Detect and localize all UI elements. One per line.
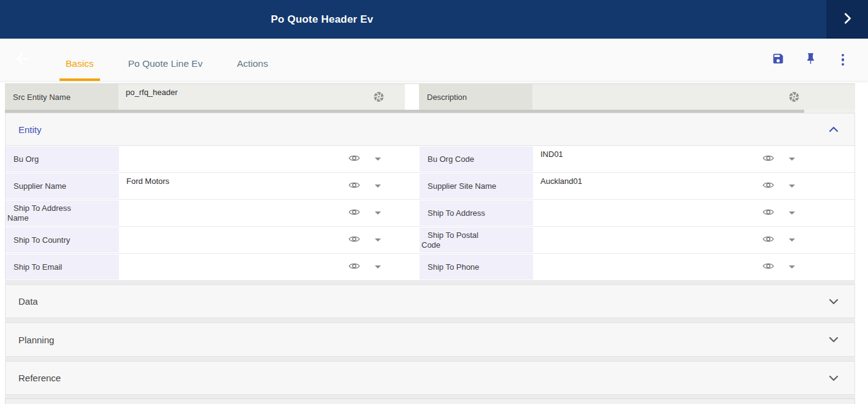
field-text: IND01 xyxy=(540,150,563,159)
visibility-button[interactable] xyxy=(762,208,774,218)
visibility-button[interactable] xyxy=(762,235,774,245)
visibility-button[interactable] xyxy=(348,262,360,272)
visibility-button[interactable] xyxy=(348,208,360,218)
field-supplier-name: Supplier Name Ford Motors xyxy=(6,173,405,199)
visibility-button[interactable] xyxy=(348,154,360,164)
field-value[interactable] xyxy=(533,227,855,253)
section-title: Planning xyxy=(18,335,54,345)
aperture-icon xyxy=(373,96,385,105)
tab-actions[interactable]: Actions xyxy=(231,58,274,81)
camera-capture-button[interactable] xyxy=(373,91,385,103)
chevron-right-icon xyxy=(840,12,854,28)
field-ship-to-phone: Ship To Phone xyxy=(420,254,855,280)
back-button[interactable] xyxy=(13,51,32,69)
field-label: Ship To Country xyxy=(6,227,119,253)
eye-icon xyxy=(762,208,774,218)
tab-po-quote-line-ev[interactable]: Po Quote Line Ev xyxy=(122,58,209,81)
scrollbar-thumb[interactable] xyxy=(5,110,804,113)
dropdown-caret-button[interactable] xyxy=(374,264,382,271)
section-header-data[interactable]: Data xyxy=(5,284,855,318)
field-ship-to-country: Ship To Country xyxy=(6,227,405,253)
field-label: Ship To Address xyxy=(420,200,533,226)
chevron-down-icon xyxy=(789,212,795,215)
field-value[interactable]: po_rfq_header xyxy=(118,84,405,110)
field-text: Auckland01 xyxy=(540,177,582,186)
horizontal-scrollbar[interactable] xyxy=(5,110,855,113)
field-value[interactable]: Auckland01 xyxy=(533,173,855,199)
field-value[interactable] xyxy=(533,200,855,226)
field-label: Src Entity Name xyxy=(5,84,118,110)
section-title: Entity xyxy=(18,124,42,135)
panel-toggle-button[interactable] xyxy=(826,0,868,39)
visibility-button[interactable] xyxy=(348,181,360,191)
dropdown-caret-button[interactable] xyxy=(788,210,796,217)
field-label: Ship To Email xyxy=(6,254,119,280)
toolbar-actions xyxy=(771,53,850,67)
dropdown-caret-button[interactable] xyxy=(374,183,382,190)
field-label: Supplier Site Name xyxy=(420,173,533,199)
field-label: Ship To Phone xyxy=(420,254,533,280)
field-value[interactable] xyxy=(119,254,405,280)
field-bu-org-code: Bu Org Code IND01 xyxy=(420,146,855,172)
field-bu-org: Bu Org xyxy=(6,146,405,172)
chevron-down-icon xyxy=(789,158,795,161)
save-icon xyxy=(772,52,785,67)
eye-icon xyxy=(348,235,360,245)
dropdown-caret-button[interactable] xyxy=(374,210,382,217)
save-button[interactable] xyxy=(771,53,785,67)
chevron-down-icon xyxy=(375,238,381,242)
field-value[interactable] xyxy=(532,84,855,110)
field-label: Supplier Name xyxy=(6,173,119,199)
visibility-button[interactable] xyxy=(762,154,774,164)
section-header-planning[interactable]: Planning xyxy=(5,322,855,357)
section-header-reference[interactable]: Reference xyxy=(5,361,855,395)
field-value[interactable]: Ford Motors xyxy=(119,173,405,199)
field-value[interactable] xyxy=(119,227,405,253)
header-field-src-entity-name: Src Entity Name po_rfq_header xyxy=(5,84,405,110)
tab-bar: Basics Po Quote Line Ev Actions xyxy=(60,39,274,81)
eye-icon xyxy=(762,154,774,164)
eye-icon xyxy=(762,262,774,272)
sub-toolbar: Basics Po Quote Line Ev Actions xyxy=(0,39,868,81)
chevron-down-icon xyxy=(829,337,839,343)
aperture-icon xyxy=(788,96,800,105)
visibility-button[interactable] xyxy=(348,235,360,245)
field-value[interactable] xyxy=(119,146,405,172)
dropdown-caret-button[interactable] xyxy=(788,183,796,190)
more-options-button[interactable] xyxy=(836,53,850,67)
field-value[interactable] xyxy=(119,200,405,226)
field-label: Ship To Postal Code xyxy=(420,227,533,253)
chevron-down-icon xyxy=(789,185,795,188)
visibility-button[interactable] xyxy=(762,262,774,272)
field-row: Bu Org Bu Org Code IND01 xyxy=(6,146,855,173)
visibility-button[interactable] xyxy=(762,181,774,191)
next-section-partial xyxy=(5,398,855,404)
field-value[interactable]: IND01 xyxy=(533,146,855,172)
chevron-down-icon xyxy=(829,299,839,305)
header-fields-row: Src Entity Name po_rfq_header Descriptio… xyxy=(5,83,855,110)
tab-basics[interactable]: Basics xyxy=(60,58,100,81)
eye-icon xyxy=(762,181,774,191)
section-header-entity[interactable]: Entity xyxy=(5,113,855,146)
dropdown-caret-button[interactable] xyxy=(374,156,382,163)
eye-icon xyxy=(348,262,360,272)
chevron-down-icon xyxy=(375,265,381,269)
field-row: Supplier Name Ford Motors Supplier Site … xyxy=(6,173,855,200)
dropdown-caret-button[interactable] xyxy=(788,264,796,271)
section-title: Reference xyxy=(18,373,61,383)
pin-button[interactable] xyxy=(804,53,817,67)
dropdown-caret-button[interactable] xyxy=(788,237,796,244)
field-row: Ship To Address Name Ship To Address xyxy=(6,200,855,227)
field-text: Ford Motors xyxy=(126,177,169,186)
eye-icon xyxy=(348,208,360,218)
field-label: Ship To Address Name xyxy=(6,200,119,226)
chevron-down-icon xyxy=(375,212,381,215)
dropdown-caret-button[interactable] xyxy=(788,156,796,163)
field-row: Ship To Email Ship To Phone xyxy=(6,254,855,281)
page-title: Po Quote Header Ev xyxy=(0,13,644,26)
field-value[interactable] xyxy=(533,254,855,280)
kebab-icon xyxy=(842,54,845,57)
camera-capture-button[interactable] xyxy=(788,91,800,103)
dropdown-caret-button[interactable] xyxy=(374,237,382,244)
chevron-down-icon xyxy=(789,265,795,269)
